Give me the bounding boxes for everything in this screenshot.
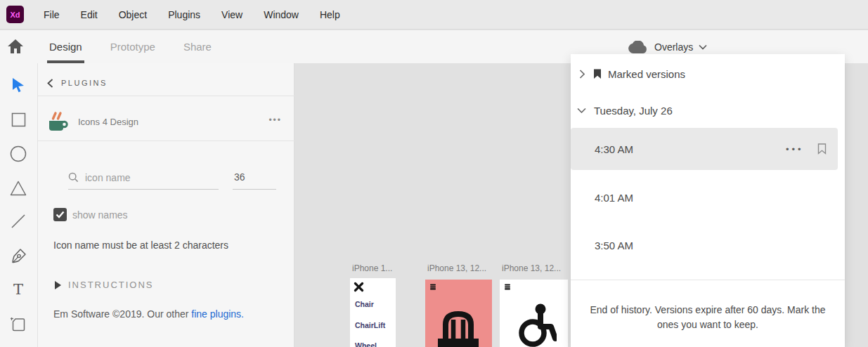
- cursor-icon: [11, 77, 26, 93]
- rectangle-tool[interactable]: [9, 110, 27, 129]
- fine-plugins-link[interactable]: fine plugins.: [191, 308, 244, 320]
- artboard-wheelchair[interactable]: [500, 280, 568, 347]
- icon-search-field[interactable]: [68, 166, 219, 190]
- divider: [38, 140, 294, 141]
- bookmark-filled-icon: [593, 69, 602, 79]
- divider: [571, 280, 845, 280]
- line-icon: [11, 214, 26, 229]
- pen-icon: [10, 247, 27, 265]
- xd-logo-text: Xd: [10, 11, 20, 19]
- tab-design[interactable]: Design: [49, 30, 82, 63]
- menu-file[interactable]: File: [44, 9, 60, 20]
- show-names-row[interactable]: show names: [53, 208, 128, 221]
- xd-logo: Xd: [6, 6, 24, 23]
- artboard-icon: [10, 316, 27, 333]
- plugin-name: Icons 4 Design: [78, 117, 138, 127]
- chair-icon: [435, 310, 481, 347]
- text-tool[interactable]: T: [9, 280, 27, 299]
- menu-object[interactable]: Object: [119, 9, 147, 20]
- plugin-row[interactable]: Icons 4 Design •••: [38, 103, 294, 140]
- validation-message: Icon name must be at least 2 characters: [53, 240, 228, 251]
- date-group-label: Tuesday, July 26: [594, 105, 673, 117]
- coffee-mug-icon: [46, 110, 70, 133]
- artboard-chair[interactable]: [425, 280, 492, 347]
- text-icon: T: [13, 281, 23, 298]
- chevron-left-icon: [47, 79, 56, 87]
- artboard-label-2[interactable]: iPhone 13, 12...: [427, 263, 486, 273]
- icon-name-chair: Chair: [355, 300, 374, 308]
- version-history-panel: Marked versions Tuesday, July 26 4:30 AM…: [571, 54, 845, 347]
- version-time: 4:01 AM: [595, 192, 633, 204]
- select-tool[interactable]: [9, 76, 27, 94]
- plugins-back-button[interactable]: PLUGINS: [38, 73, 108, 93]
- menu-view[interactable]: View: [221, 9, 242, 20]
- plugin-panel: PLUGINS Icons 4 Design •••: [38, 63, 294, 347]
- home-button[interactable]: [7, 39, 24, 54]
- search-icon: [68, 172, 79, 183]
- wheelchair-icon: [516, 303, 557, 347]
- tab-share[interactable]: Share: [183, 30, 212, 63]
- icon-name-input[interactable]: [85, 172, 205, 183]
- version-time: 4:30 AM: [595, 143, 633, 155]
- menu-plugins[interactable]: Plugins: [168, 9, 200, 20]
- menu-help[interactable]: Help: [320, 9, 340, 20]
- plugin-more-options-icon[interactable]: •••: [268, 115, 282, 125]
- checkmark-icon: [56, 211, 65, 218]
- ellipse-icon: [10, 145, 27, 162]
- home-icon: [7, 39, 24, 54]
- pen-tool[interactable]: [9, 247, 27, 265]
- x-mark-icon: [354, 282, 364, 292]
- tool-rail: T: [0, 63, 38, 347]
- ellipse-tool[interactable]: [9, 145, 27, 163]
- mini-chair-icon: [429, 284, 436, 290]
- menu-edit[interactable]: Edit: [81, 9, 98, 20]
- show-names-label: show names: [72, 209, 128, 221]
- menu-window[interactable]: Window: [264, 9, 299, 20]
- version-time: 3:50 AM: [595, 240, 633, 251]
- version-row[interactable]: 4:01 AM: [571, 176, 838, 218]
- triangle-right-icon: [55, 281, 61, 289]
- version-row-selected[interactable]: 4:30 AM •••: [571, 128, 838, 170]
- icon-size-field[interactable]: [233, 166, 276, 190]
- version-row[interactable]: 3:50 AM: [571, 224, 838, 266]
- artboard-label-3[interactable]: iPhone 13, 12...: [502, 263, 561, 273]
- overlays-label: Overlays: [654, 41, 693, 53]
- chevron-down-icon: [699, 44, 707, 50]
- tab-prototype[interactable]: Prototype: [110, 30, 155, 63]
- plugin-footer: Em Software ©2019. Our other fine plugin…: [53, 308, 244, 320]
- plugins-header-label: PLUGINS: [61, 79, 108, 87]
- menu-items: File Edit Object Plugins View Window Hel…: [44, 9, 340, 20]
- icon-name-chairlift: ChairLift: [355, 321, 385, 329]
- cloud-icon: [628, 41, 649, 54]
- artboard-label-1[interactable]: iPhone 1...: [352, 263, 392, 273]
- rectangle-icon: [11, 112, 26, 127]
- mini-chair-icon: [504, 284, 511, 290]
- date-group-toggle[interactable]: Tuesday, July 26: [571, 100, 673, 120]
- footer-text: Em Software ©2019. Our other: [53, 308, 191, 320]
- adobe-xd-window: Xd File Edit Object Plugins View Window …: [0, 0, 868, 347]
- icon-name-wheel: Wheel: [355, 341, 377, 347]
- polygon-tool[interactable]: [9, 179, 27, 197]
- marked-versions-toggle[interactable]: Marked versions: [571, 64, 685, 84]
- more-options-icon[interactable]: •••: [786, 144, 804, 155]
- artboard-tool[interactable]: [9, 315, 27, 334]
- instructions-toggle[interactable]: INSTRUCTIONS: [55, 280, 154, 290]
- end-of-history-note: End of history. Versions expire after 60…: [581, 303, 834, 332]
- line-tool[interactable]: [9, 212, 27, 230]
- instructions-label: INSTRUCTIONS: [68, 280, 154, 290]
- divider: [38, 96, 294, 96]
- show-names-checkbox[interactable]: [53, 208, 67, 221]
- icon-size-input[interactable]: [234, 171, 275, 183]
- artboard-icon-list[interactable]: Chair ChairLift Wheel: [350, 278, 396, 347]
- mode-tabs: Design Prototype Share: [49, 30, 212, 63]
- menu-bar: Xd File Edit Object Plugins View Window …: [0, 0, 868, 30]
- chevron-right-icon: [579, 70, 585, 79]
- bookmark-outline-icon[interactable]: [817, 143, 827, 155]
- marked-versions-label: Marked versions: [608, 68, 685, 80]
- chevron-down-icon: [577, 107, 586, 113]
- triangle-icon: [10, 181, 27, 196]
